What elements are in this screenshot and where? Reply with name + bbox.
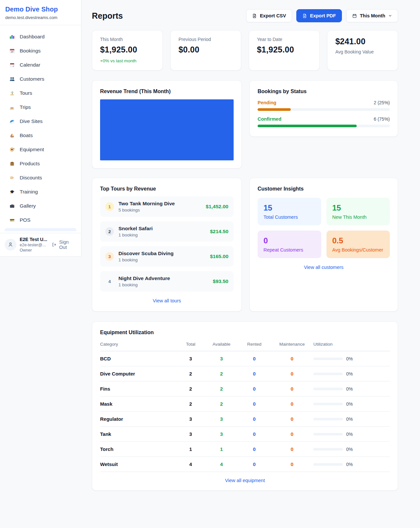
utilization-percent: 0% (346, 416, 353, 422)
sidebar-item-calendar[interactable]: Calendar (5, 59, 76, 71)
products-box-icon (9, 161, 15, 167)
brand-block: Demo Dive Shop demo.test.divestreams.com (0, 0, 81, 25)
view-all-equipment-link[interactable]: View all equipment (100, 478, 390, 483)
sidebar-item-label: Trips (20, 104, 31, 110)
equipment-category: Wetsuit (100, 461, 176, 467)
sidebar-item-reports-active-partial[interactable] (5, 228, 76, 231)
col-header-category: Category (100, 342, 176, 347)
sidebar-item-boats[interactable]: Boats (5, 129, 76, 142)
col-header-utilization: Utilization (313, 342, 390, 347)
sign-out-label: Sign Out (59, 239, 76, 250)
status-value-confirmed: 6 (75%) (374, 116, 390, 122)
equipment-rented: 0 (238, 401, 271, 407)
sidebar-item-discounts[interactable]: Discounts (5, 172, 76, 184)
equipment-total: 4 (176, 461, 205, 467)
equipment-rented: 0 (238, 386, 271, 392)
insight-value: 15 (332, 203, 384, 213)
sidebar-item-label: POS (20, 217, 31, 223)
equipment-category: Torch (100, 446, 176, 452)
insight-tiles: 15 Total Customers 15 New This Month 0 R… (258, 198, 390, 258)
sidebar-item-training[interactable]: Training (5, 186, 76, 198)
brand-name[interactable]: Demo Dive Shop (5, 6, 76, 13)
stat-label: Previous Period (178, 37, 233, 42)
equipment-mask-icon (9, 147, 15, 152)
status-bar-fill-pending (258, 108, 291, 111)
sidebar-item-dive-sites[interactable]: Dive Sites (5, 115, 76, 128)
calendar-icon (352, 13, 357, 18)
user-icon (8, 242, 13, 248)
status-bar-track (258, 125, 390, 127)
page-title: Reports (92, 11, 123, 21)
sidebar-nav: Dashboard 17 Bookings Calendar Customers… (0, 25, 81, 233)
equipment-maintenance: 0 (271, 356, 313, 361)
tour-row: 3 Discover Scuba Diving1 booking $165.00 (100, 246, 234, 267)
sidebar-item-dashboard[interactable]: Dashboard (5, 30, 76, 43)
insight-tile-repeat-customers: 0 Repeat Customers (258, 231, 321, 258)
equipment-maintenance: 0 (271, 446, 313, 452)
utilization-percent: 0% (346, 401, 353, 407)
tour-amount: $165.00 (210, 254, 228, 259)
table-row: Torch 1 1 0 0 0% (100, 442, 390, 457)
sidebar-item-gallery[interactable]: Gallery (5, 200, 76, 212)
insight-label: Repeat Customers (263, 247, 315, 253)
tour-name: Snorkel Safari (118, 226, 153, 232)
mid-row: Top Tours by Revenue 1 Two Tank Morning … (92, 178, 398, 312)
export-pdf-button[interactable]: Export PDF (296, 9, 342, 22)
insight-tile-avg-bookings: 0.5 Avg Bookings/Customer (326, 231, 390, 258)
insight-label: Avg Bookings/Customer (332, 247, 384, 253)
export-csv-button[interactable]: Export CSV (246, 9, 292, 22)
insight-value: 15 (263, 203, 315, 213)
sidebar-item-bookings[interactable]: 17 Bookings (5, 45, 76, 57)
table-row: Regulator 3 3 0 0 0% (100, 412, 390, 427)
file-download-icon (302, 13, 307, 18)
stat-card-avg-booking-value: $241.00 Avg Booking Value (327, 30, 398, 71)
table-row: Mask 2 2 0 0 0% (100, 396, 390, 412)
status-bar-fill-confirmed (258, 125, 357, 127)
revenue-trend-chart (100, 99, 234, 160)
equipment-total: 2 (176, 371, 205, 376)
stat-card-this-month: This Month $1,925.00 +0% vs last month (92, 30, 163, 71)
equipment-available: 2 (205, 386, 238, 392)
utilization-percent: 0% (346, 462, 353, 467)
user-name: E2E Test U... (20, 237, 49, 242)
utilization-cell: 0% (313, 356, 390, 361)
sidebar-item-products[interactable]: Products (5, 157, 76, 170)
equipment-utilization-card: Equipment Utilization Category Total Ava… (92, 321, 398, 491)
table-row: Dive Computer 2 2 0 0 0% (100, 366, 390, 381)
stat-value: $1,925.00 (100, 45, 155, 54)
utilization-percent: 0% (346, 371, 353, 376)
utilization-bar-track (313, 403, 343, 405)
user-meta: E2E Test U... e2e-tester@... Owner (20, 237, 49, 253)
sidebar-item-label: Bookings (20, 48, 41, 54)
sidebar-item-tours[interactable]: Tours (5, 87, 76, 99)
customer-insights-card: Customer Insights 15 Total Customers 15 … (249, 178, 398, 312)
equipment-available: 2 (205, 371, 238, 376)
tour-amount: $93.50 (213, 278, 228, 284)
equipment-total: 1 (176, 446, 205, 452)
brand-domain: demo.test.divestreams.com (5, 15, 76, 20)
view-all-tours-link[interactable]: View all tours (100, 298, 234, 303)
sidebar-item-pos[interactable]: POS (5, 214, 76, 226)
view-all-customers-link[interactable]: View all customers (258, 265, 390, 270)
equipment-maintenance: 0 (271, 461, 313, 467)
tour-name: Discover Scuba Diving (118, 251, 174, 256)
sidebar-item-equipment[interactable]: Equipment (5, 143, 76, 156)
calendar-icon (9, 62, 15, 68)
sidebar-item-trips[interactable]: Trips (5, 101, 76, 113)
top-tours-card: Top Tours by Revenue 1 Two Tank Morning … (92, 178, 242, 312)
equipment-category: Mask (100, 401, 176, 407)
sidebar-item-customers[interactable]: Customers (5, 73, 76, 85)
equipment-category: Dive Computer (100, 371, 176, 376)
equipment-rented: 0 (238, 461, 271, 467)
sidebar: Demo Dive Shop demo.test.divestreams.com… (0, 0, 81, 256)
tour-bookings-count: 1 booking (118, 233, 153, 237)
sidebar-item-label: Boats (20, 132, 33, 138)
status-row-confirmed: Confirmed 6 (75%) (258, 116, 390, 127)
trips-boat-icon (9, 104, 15, 110)
period-select[interactable]: This Month (346, 9, 398, 22)
tours-island-icon (9, 90, 15, 96)
rank-badge: 3 (105, 252, 114, 261)
insight-label: Total Customers (263, 214, 315, 220)
equipment-available: 3 (205, 356, 238, 361)
sign-out-button[interactable]: Sign Out (52, 239, 76, 250)
